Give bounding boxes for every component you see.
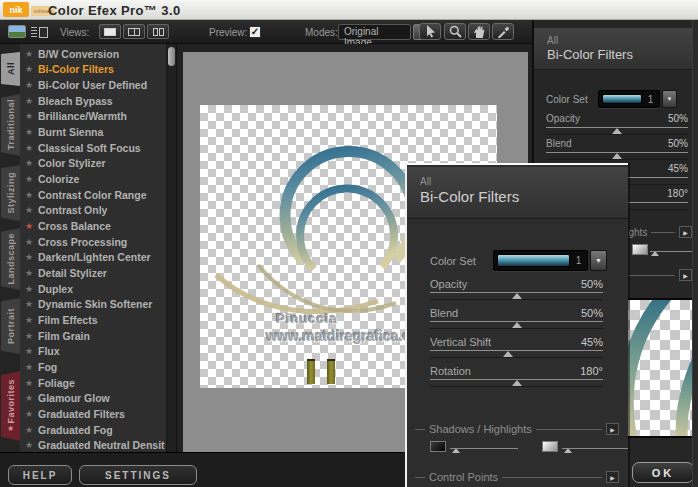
favorite-star-icon[interactable]: ★: [25, 393, 38, 403]
category-tab-portrait[interactable]: Portrait: [1, 298, 20, 354]
filter-item-dynamic-skin-softener[interactable]: ★Dynamic Skin Softener: [20, 297, 165, 313]
favorite-star-icon[interactable]: ★: [25, 158, 38, 168]
zoom-tool-button[interactable]: [444, 23, 466, 40]
filter-item-color-stylizer[interactable]: ★Color Stylizer: [20, 156, 165, 172]
filter-item-bleach-bypass[interactable]: ★Bleach Bypass: [20, 93, 165, 109]
favorite-star-icon[interactable]: ★: [25, 331, 38, 341]
favorite-star-icon[interactable]: ★: [25, 64, 38, 74]
settings-button[interactable]: SETTINGS: [79, 465, 197, 485]
shadows-highlights-expand-button[interactable]: ▶: [679, 226, 692, 238]
category-tab-stylizing[interactable]: Stylizing: [1, 165, 20, 221]
highlights-slider[interactable]: [632, 242, 698, 260]
view-split-button[interactable]: [123, 24, 145, 39]
floating-filter-panel[interactable]: All Bi-Color Filters Color Set 1 ▼ Opaci…: [405, 163, 628, 487]
favorite-star-icon[interactable]: ★: [25, 252, 38, 262]
category-tab-traditional[interactable]: Traditional: [1, 94, 20, 156]
highlights-slider[interactable]: [542, 439, 628, 457]
opacity-slider-thumb[interactable]: [512, 293, 522, 299]
favorite-star-icon[interactable]: ★: [25, 96, 38, 106]
color-set-dropdown[interactable]: 1: [493, 250, 588, 271]
favorite-star-icon[interactable]: ★: [25, 284, 38, 294]
filter-list-scrollbar[interactable]: [166, 44, 176, 455]
favorite-star-icon[interactable]: ★: [25, 440, 38, 450]
eyedropper-tool-button[interactable]: [492, 23, 514, 40]
favorite-star-icon[interactable]: ★: [25, 221, 38, 231]
scrollbar-thumb[interactable]: [168, 47, 175, 66]
category-tab-all[interactable]: All: [1, 52, 20, 86]
highlights-slider-track[interactable]: [562, 448, 628, 449]
favorite-star-icon[interactable]: ★: [25, 237, 38, 247]
filter-item-fog[interactable]: ★Fog: [20, 359, 165, 375]
filter-item-classical-soft-focus[interactable]: ★Classical Soft Focus: [20, 140, 165, 156]
favorite-star-icon[interactable]: ★: [25, 268, 38, 278]
blend-slider-track[interactable]: [430, 321, 603, 329]
favorite-star-icon[interactable]: ★: [25, 409, 38, 419]
favorite-star-icon[interactable]: ★: [25, 174, 38, 184]
favorite-star-icon[interactable]: ★: [25, 425, 38, 435]
filter-item-contrast-color-range[interactable]: ★Contrast Color Range: [20, 187, 165, 203]
color-set-dropdown-arrow-button[interactable]: ▼: [662, 90, 677, 108]
filter-item-film-grain[interactable]: ★Film Grain: [20, 328, 165, 344]
preview-checkbox[interactable]: ✓: [249, 26, 261, 38]
opacity-slider-track[interactable]: [430, 292, 603, 300]
filter-item-colorize[interactable]: ★Colorize: [20, 171, 165, 187]
panel-layout-icon[interactable]: [31, 26, 49, 38]
select-tool-button[interactable]: [419, 23, 441, 40]
filter-item-foliage[interactable]: ★Foliage: [20, 375, 165, 391]
filter-item-cross-processing[interactable]: ★Cross Processing: [20, 234, 165, 250]
shadows-slider[interactable]: [430, 439, 518, 457]
color-set-dropdown[interactable]: 1: [598, 90, 660, 108]
favorite-star-icon[interactable]: ★: [25, 190, 38, 200]
filter-item-cross-balance[interactable]: ★Cross Balance: [20, 218, 165, 234]
category-tab-favorites[interactable]: Favorites★: [1, 371, 20, 441]
filter-item-detail-stylizer[interactable]: ★Detail Stylizer: [20, 265, 165, 281]
category-tab-landscape[interactable]: Landscape: [1, 228, 20, 290]
favorite-star-icon[interactable]: ★: [25, 127, 38, 137]
view-single-button[interactable]: [99, 24, 121, 39]
blend-slider-thumb[interactable]: [512, 322, 522, 328]
favorite-star-icon[interactable]: ★: [25, 378, 38, 388]
pan-tool-button[interactable]: [468, 23, 490, 40]
filter-item-flux[interactable]: ★Flux: [20, 343, 165, 359]
filter-item-darken-lighten-center[interactable]: ★Darken/Lighten Center: [20, 250, 165, 266]
help-button[interactable]: HELP: [8, 465, 72, 485]
blend-slider-track[interactable]: [546, 152, 688, 160]
opacity-slider-thumb[interactable]: [612, 128, 622, 134]
favorite-star-icon[interactable]: ★: [25, 205, 38, 215]
opacity-slider-track[interactable]: [546, 127, 688, 135]
filter-item-graduated-filters[interactable]: ★Graduated Filters: [20, 406, 165, 422]
favorite-star-icon[interactable]: ★: [25, 111, 38, 121]
rotation-slider-track[interactable]: [430, 379, 603, 387]
control-points-expand-button[interactable]: ▶: [606, 471, 619, 483]
vertical-shift-slider-track[interactable]: [430, 350, 603, 358]
filter-item-contrast-only[interactable]: ★Contrast Only: [20, 203, 165, 219]
filter-item-graduated-fog[interactable]: ★Graduated Fog: [20, 422, 165, 438]
filter-item-b-w-conversion[interactable]: ★B/W Conversion: [20, 46, 165, 62]
filter-item-film-effects[interactable]: ★Film Effects: [20, 312, 165, 328]
vertical-shift-slider-thumb[interactable]: [503, 351, 513, 357]
favorite-star-icon[interactable]: ★: [25, 346, 38, 356]
blend-slider-thumb[interactable]: [612, 153, 622, 159]
filter-item-duplex[interactable]: ★Duplex: [20, 281, 165, 297]
rotation-slider-thumb[interactable]: [512, 380, 522, 386]
filter-item-bi-color-filters[interactable]: ★Bi-Color Filters: [20, 62, 165, 78]
favorite-star-icon[interactable]: ★: [25, 49, 38, 59]
filter-item-graduated-neutral-density[interactable]: ★Graduated Neutral Density: [20, 437, 165, 453]
image-thumbnail-icon[interactable]: [8, 25, 26, 38]
favorite-star-icon[interactable]: ★: [25, 143, 38, 153]
panel-header[interactable]: All Bi-Color Filters: [407, 167, 628, 219]
favorite-star-icon[interactable]: ★: [25, 299, 38, 309]
highlights-slider-track[interactable]: [650, 251, 698, 252]
shadows-highlights-expand-button[interactable]: ▶: [606, 423, 619, 435]
ok-button[interactable]: OK: [632, 462, 694, 483]
color-set-dropdown-arrow-button[interactable]: ▼: [590, 250, 607, 271]
control-points-expand-button[interactable]: ▶: [679, 269, 692, 281]
modes-dropdown[interactable]: Original Image: [338, 24, 411, 40]
favorite-star-icon[interactable]: ★: [25, 315, 38, 325]
shadows-slider-track[interactable]: [450, 448, 518, 449]
filter-item-brilliance-warmth[interactable]: ★Brilliance/Warmth: [20, 109, 165, 125]
favorite-star-icon[interactable]: ★: [25, 80, 38, 90]
filter-item-glamour-glow[interactable]: ★Glamour Glow: [20, 390, 165, 406]
filter-item-bi-color-user-defined[interactable]: ★Bi-Color User Defined: [20, 77, 165, 93]
favorite-star-icon[interactable]: ★: [25, 362, 38, 372]
